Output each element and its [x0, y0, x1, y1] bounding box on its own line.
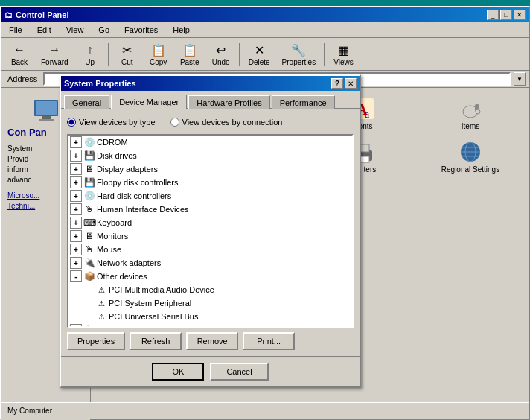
radio-by-type[interactable]: View devices by type — [67, 118, 156, 127]
properties-action-button[interactable]: Properties — [67, 332, 125, 350]
undo-button[interactable]: ↩ Undo — [206, 39, 236, 69]
forward-button[interactable]: → Forward — [36, 39, 74, 69]
dialog-help-button[interactable]: ? — [331, 78, 343, 89]
cdrom-expand[interactable]: + — [70, 136, 82, 148]
undo-icon: ↩ — [213, 42, 229, 58]
maximize-button[interactable]: □ — [500, 10, 512, 20]
radio-by-connection[interactable]: View devices by connection — [170, 118, 283, 127]
keyboard-label: Keyboard — [97, 218, 132, 227]
tab-general[interactable]: General — [64, 95, 109, 109]
tab-hardware-profiles[interactable]: Hardware Profiles — [188, 95, 269, 109]
cdrom-icon: 💿 — [83, 136, 95, 148]
ok-button[interactable]: OK — [152, 363, 204, 381]
views-icon: ▦ — [335, 42, 351, 58]
menu-favorites[interactable]: Favorites — [120, 24, 162, 36]
properties-button[interactable]: 🔧 Properties — [277, 39, 322, 69]
cancel-button[interactable]: Cancel — [210, 363, 268, 381]
hard-disk-icon: 💿 — [83, 190, 95, 202]
disk-icon: 💾 — [83, 150, 95, 162]
tree-cdrom[interactable]: + 💿 CDROM — [68, 136, 352, 149]
hid-expand[interactable]: + — [70, 203, 82, 215]
address-dropdown[interactable]: ▼ — [514, 72, 526, 86]
menu-file[interactable]: File — [4, 24, 27, 36]
pci-system-icon: ⚠ — [95, 297, 107, 309]
other-expand[interactable]: - — [70, 270, 82, 282]
tree-floppy[interactable]: + 💾 Floppy disk controllers — [68, 176, 352, 189]
back-icon: ← — [11, 42, 28, 58]
network-label: Network adapters — [97, 258, 161, 267]
menu-edit[interactable]: Edit — [33, 24, 56, 36]
menu-view[interactable]: View — [62, 24, 89, 36]
tree-disk-drives[interactable]: + 💾 Disk drives — [68, 149, 352, 162]
radio-group: View devices by type View devices by con… — [67, 115, 354, 130]
dialog-close-button[interactable]: ✕ — [345, 78, 357, 89]
back-button[interactable]: ← Back — [4, 39, 34, 69]
toolbar-sep-3 — [324, 43, 325, 66]
control-panel-icon: 🗂 — [4, 10, 13, 19]
other-icon: 📦 — [83, 270, 95, 282]
dialog-title: System Properties — [64, 79, 136, 88]
pci-audio-label: PCI Multimedia Audio Device — [109, 285, 214, 294]
monitors-label: Monitors — [97, 232, 128, 241]
tab-performance[interactable]: Performance — [272, 95, 335, 109]
dialog-content: View devices by type View devices by con… — [61, 109, 360, 356]
forward-icon: → — [46, 42, 63, 58]
menu-go[interactable]: Go — [94, 24, 114, 36]
display-adapt-expand[interactable]: + — [70, 163, 82, 175]
mouse-expand[interactable]: + — [70, 244, 82, 255]
tree-other[interactable]: - 📦 Other devices — [68, 270, 352, 283]
up-label: Up — [85, 58, 95, 66]
pci-usb-label: PCI Universal Serial Bus — [109, 312, 198, 321]
tree-monitors[interactable]: + 🖥 Monitors — [68, 229, 352, 243]
minimize-button[interactable]: _ — [487, 10, 499, 20]
properties-label: Properties — [282, 58, 316, 66]
copy-label: Copy — [150, 58, 167, 66]
radio-by-type-input[interactable] — [67, 118, 76, 127]
monitors-expand[interactable]: + — [70, 230, 82, 242]
tab-device-manager[interactable]: Device Manager — [111, 95, 187, 109]
ports-expand[interactable]: + — [70, 324, 82, 328]
display-adapt-icon: 🖥 — [83, 163, 95, 175]
cut-button[interactable]: ✂ Cut — [112, 39, 142, 69]
tree-network[interactable]: + 🔌 Network adapters — [68, 256, 352, 270]
regional-icon-item[interactable]: Regional Settings — [418, 137, 523, 177]
dialog-titlebar: System Properties ? ✕ — [61, 76, 360, 91]
up-button[interactable]: ↑ Up — [75, 39, 105, 69]
titlebar-buttons: _ □ ✕ — [487, 10, 526, 20]
copy-button[interactable]: 📋 Copy — [144, 39, 173, 69]
radio-by-connection-input[interactable] — [170, 118, 179, 127]
paste-button[interactable]: 📋 Paste — [175, 39, 205, 69]
disk-expand[interactable]: + — [70, 150, 82, 162]
tree-hard-disk[interactable]: + 💿 Hard disk controllers — [68, 189, 352, 203]
items-icon-item[interactable]: Items — [418, 94, 523, 134]
keyboard-expand[interactable]: + — [70, 217, 82, 229]
other-label: Other devices — [97, 272, 147, 281]
radio-by-type-label: View devices by type — [79, 118, 156, 127]
floppy-icon: 💾 — [83, 176, 95, 188]
forward-label: Forward — [41, 58, 68, 66]
monitors-icon: 🖥 — [83, 230, 95, 242]
device-tree[interactable]: + 💿 CDROM + 💾 Disk drives + 🖥 Display ad… — [67, 134, 354, 328]
mouse-tree-icon: 🖱 — [83, 244, 95, 255]
hard-disk-expand[interactable]: + — [70, 190, 82, 202]
views-button[interactable]: ▦ Views — [328, 39, 359, 69]
floppy-expand[interactable]: + — [70, 176, 82, 188]
menu-help[interactable]: Help — [168, 24, 194, 36]
tree-pci-audio[interactable]: ⚠ PCI Multimedia Audio Device — [68, 283, 352, 296]
network-expand[interactable]: + — [70, 257, 82, 269]
remove-action-button[interactable]: Remove — [186, 332, 238, 350]
refresh-action-button[interactable]: Refresh — [130, 332, 182, 350]
tree-display-adapters[interactable]: + 🖥 Display adapters — [68, 162, 352, 176]
tree-pci-usb[interactable]: ⚠ PCI Universal Serial Bus — [68, 310, 352, 323]
tree-pci-system[interactable]: ⚠ PCI System Peripheral — [68, 296, 352, 310]
close-button[interactable]: ✕ — [514, 10, 526, 20]
delete-button[interactable]: ✕ Delete — [243, 39, 275, 69]
print-action-button[interactable]: Print... — [243, 332, 295, 350]
disk-label: Disk drives — [97, 151, 137, 160]
svg-rect-3 — [39, 119, 54, 121]
tree-hid[interactable]: + 🖱 Human Interface Devices — [68, 203, 352, 216]
tree-keyboard[interactable]: + ⌨ Keyboard — [68, 216, 352, 229]
tree-ports[interactable]: + 🔌 Ports (COM & LPT) — [68, 323, 352, 328]
tree-mouse[interactable]: + 🖱 Mouse — [68, 243, 352, 256]
menu-bar: File Edit View Go Favorites Help — [1, 22, 529, 38]
